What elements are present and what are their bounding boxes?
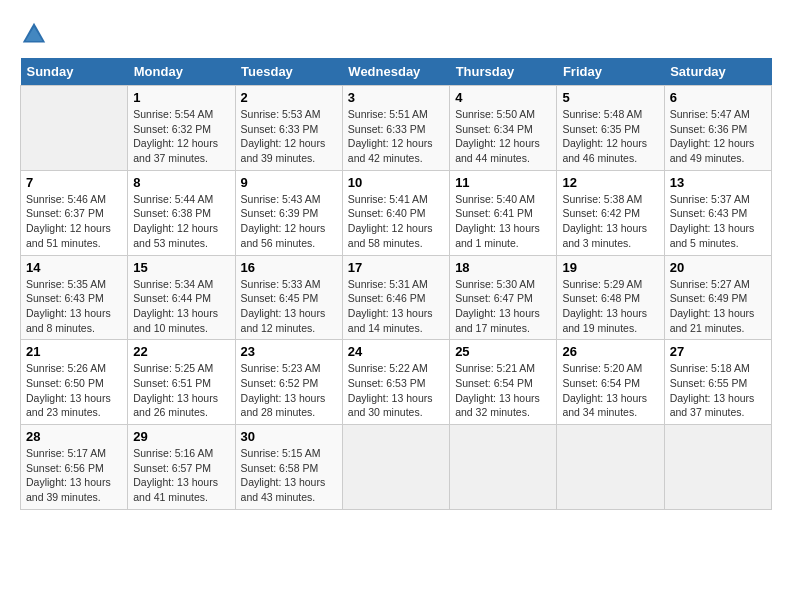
day-cell: 21Sunrise: 5:26 AMSunset: 6:50 PMDayligh… (21, 340, 128, 425)
day-number: 2 (241, 90, 337, 105)
day-number: 5 (562, 90, 658, 105)
day-cell (664, 425, 771, 510)
day-info: Sunrise: 5:34 AMSunset: 6:44 PMDaylight:… (133, 277, 229, 336)
day-cell: 26Sunrise: 5:20 AMSunset: 6:54 PMDayligh… (557, 340, 664, 425)
day-cell (21, 86, 128, 171)
col-header-sunday: Sunday (21, 58, 128, 86)
day-number: 8 (133, 175, 229, 190)
day-cell: 24Sunrise: 5:22 AMSunset: 6:53 PMDayligh… (342, 340, 449, 425)
week-row-5: 28Sunrise: 5:17 AMSunset: 6:56 PMDayligh… (21, 425, 772, 510)
day-info: Sunrise: 5:20 AMSunset: 6:54 PMDaylight:… (562, 361, 658, 420)
day-number: 20 (670, 260, 766, 275)
day-number: 10 (348, 175, 444, 190)
day-info: Sunrise: 5:46 AMSunset: 6:37 PMDaylight:… (26, 192, 122, 251)
day-info: Sunrise: 5:47 AMSunset: 6:36 PMDaylight:… (670, 107, 766, 166)
day-info: Sunrise: 5:54 AMSunset: 6:32 PMDaylight:… (133, 107, 229, 166)
day-cell: 11Sunrise: 5:40 AMSunset: 6:41 PMDayligh… (450, 170, 557, 255)
logo (20, 20, 52, 48)
day-number: 16 (241, 260, 337, 275)
day-number: 28 (26, 429, 122, 444)
day-info: Sunrise: 5:53 AMSunset: 6:33 PMDaylight:… (241, 107, 337, 166)
week-row-4: 21Sunrise: 5:26 AMSunset: 6:50 PMDayligh… (21, 340, 772, 425)
day-info: Sunrise: 5:27 AMSunset: 6:49 PMDaylight:… (670, 277, 766, 336)
day-number: 30 (241, 429, 337, 444)
day-number: 3 (348, 90, 444, 105)
day-cell (557, 425, 664, 510)
day-number: 12 (562, 175, 658, 190)
day-cell: 20Sunrise: 5:27 AMSunset: 6:49 PMDayligh… (664, 255, 771, 340)
day-number: 17 (348, 260, 444, 275)
day-info: Sunrise: 5:43 AMSunset: 6:39 PMDaylight:… (241, 192, 337, 251)
day-info: Sunrise: 5:18 AMSunset: 6:55 PMDaylight:… (670, 361, 766, 420)
day-info: Sunrise: 5:29 AMSunset: 6:48 PMDaylight:… (562, 277, 658, 336)
day-number: 22 (133, 344, 229, 359)
day-number: 26 (562, 344, 658, 359)
day-number: 6 (670, 90, 766, 105)
week-row-3: 14Sunrise: 5:35 AMSunset: 6:43 PMDayligh… (21, 255, 772, 340)
calendar-table: SundayMondayTuesdayWednesdayThursdayFrid… (20, 58, 772, 510)
day-number: 27 (670, 344, 766, 359)
day-cell (450, 425, 557, 510)
day-cell: 2Sunrise: 5:53 AMSunset: 6:33 PMDaylight… (235, 86, 342, 171)
day-cell: 7Sunrise: 5:46 AMSunset: 6:37 PMDaylight… (21, 170, 128, 255)
day-info: Sunrise: 5:51 AMSunset: 6:33 PMDaylight:… (348, 107, 444, 166)
day-info: Sunrise: 5:16 AMSunset: 6:57 PMDaylight:… (133, 446, 229, 505)
day-info: Sunrise: 5:26 AMSunset: 6:50 PMDaylight:… (26, 361, 122, 420)
col-header-tuesday: Tuesday (235, 58, 342, 86)
day-cell: 1Sunrise: 5:54 AMSunset: 6:32 PMDaylight… (128, 86, 235, 171)
day-cell: 27Sunrise: 5:18 AMSunset: 6:55 PMDayligh… (664, 340, 771, 425)
day-number: 25 (455, 344, 551, 359)
day-info: Sunrise: 5:38 AMSunset: 6:42 PMDaylight:… (562, 192, 658, 251)
day-info: Sunrise: 5:30 AMSunset: 6:47 PMDaylight:… (455, 277, 551, 336)
week-row-1: 1Sunrise: 5:54 AMSunset: 6:32 PMDaylight… (21, 86, 772, 171)
col-header-monday: Monday (128, 58, 235, 86)
day-info: Sunrise: 5:40 AMSunset: 6:41 PMDaylight:… (455, 192, 551, 251)
day-cell: 14Sunrise: 5:35 AMSunset: 6:43 PMDayligh… (21, 255, 128, 340)
day-cell: 30Sunrise: 5:15 AMSunset: 6:58 PMDayligh… (235, 425, 342, 510)
day-info: Sunrise: 5:23 AMSunset: 6:52 PMDaylight:… (241, 361, 337, 420)
col-header-friday: Friday (557, 58, 664, 86)
day-info: Sunrise: 5:48 AMSunset: 6:35 PMDaylight:… (562, 107, 658, 166)
day-cell: 28Sunrise: 5:17 AMSunset: 6:56 PMDayligh… (21, 425, 128, 510)
day-cell: 12Sunrise: 5:38 AMSunset: 6:42 PMDayligh… (557, 170, 664, 255)
day-cell: 22Sunrise: 5:25 AMSunset: 6:51 PMDayligh… (128, 340, 235, 425)
day-info: Sunrise: 5:21 AMSunset: 6:54 PMDaylight:… (455, 361, 551, 420)
day-info: Sunrise: 5:31 AMSunset: 6:46 PMDaylight:… (348, 277, 444, 336)
day-info: Sunrise: 5:33 AMSunset: 6:45 PMDaylight:… (241, 277, 337, 336)
day-info: Sunrise: 5:22 AMSunset: 6:53 PMDaylight:… (348, 361, 444, 420)
day-number: 21 (26, 344, 122, 359)
day-number: 11 (455, 175, 551, 190)
day-number: 24 (348, 344, 444, 359)
day-cell: 6Sunrise: 5:47 AMSunset: 6:36 PMDaylight… (664, 86, 771, 171)
day-number: 29 (133, 429, 229, 444)
day-cell: 13Sunrise: 5:37 AMSunset: 6:43 PMDayligh… (664, 170, 771, 255)
day-cell: 19Sunrise: 5:29 AMSunset: 6:48 PMDayligh… (557, 255, 664, 340)
day-cell: 3Sunrise: 5:51 AMSunset: 6:33 PMDaylight… (342, 86, 449, 171)
day-cell: 25Sunrise: 5:21 AMSunset: 6:54 PMDayligh… (450, 340, 557, 425)
day-cell: 5Sunrise: 5:48 AMSunset: 6:35 PMDaylight… (557, 86, 664, 171)
header (20, 20, 772, 48)
day-info: Sunrise: 5:17 AMSunset: 6:56 PMDaylight:… (26, 446, 122, 505)
day-number: 15 (133, 260, 229, 275)
day-info: Sunrise: 5:15 AMSunset: 6:58 PMDaylight:… (241, 446, 337, 505)
day-cell: 23Sunrise: 5:23 AMSunset: 6:52 PMDayligh… (235, 340, 342, 425)
day-info: Sunrise: 5:37 AMSunset: 6:43 PMDaylight:… (670, 192, 766, 251)
day-info: Sunrise: 5:44 AMSunset: 6:38 PMDaylight:… (133, 192, 229, 251)
logo-icon (20, 20, 48, 48)
day-info: Sunrise: 5:41 AMSunset: 6:40 PMDaylight:… (348, 192, 444, 251)
day-number: 13 (670, 175, 766, 190)
day-cell (342, 425, 449, 510)
day-cell: 16Sunrise: 5:33 AMSunset: 6:45 PMDayligh… (235, 255, 342, 340)
day-cell: 17Sunrise: 5:31 AMSunset: 6:46 PMDayligh… (342, 255, 449, 340)
day-number: 19 (562, 260, 658, 275)
day-cell: 9Sunrise: 5:43 AMSunset: 6:39 PMDaylight… (235, 170, 342, 255)
day-number: 18 (455, 260, 551, 275)
col-header-wednesday: Wednesday (342, 58, 449, 86)
day-number: 9 (241, 175, 337, 190)
day-number: 14 (26, 260, 122, 275)
day-number: 4 (455, 90, 551, 105)
day-cell: 15Sunrise: 5:34 AMSunset: 6:44 PMDayligh… (128, 255, 235, 340)
day-info: Sunrise: 5:25 AMSunset: 6:51 PMDaylight:… (133, 361, 229, 420)
week-row-2: 7Sunrise: 5:46 AMSunset: 6:37 PMDaylight… (21, 170, 772, 255)
day-info: Sunrise: 5:50 AMSunset: 6:34 PMDaylight:… (455, 107, 551, 166)
